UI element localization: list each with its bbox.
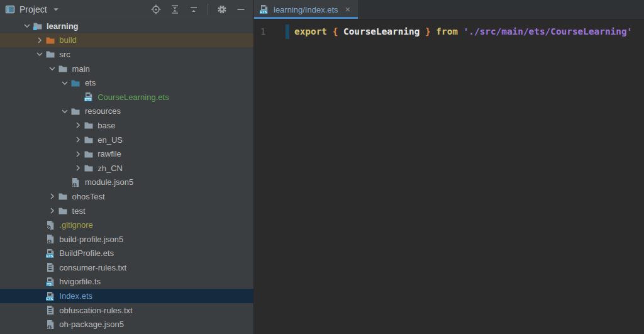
json5-file-icon: {­}	[45, 320, 55, 330]
code-token-plain	[419, 26, 425, 36]
chevron-right-icon[interactable]	[34, 35, 45, 45]
chevron-spacer	[72, 92, 83, 102]
ets-file-icon: ETS	[45, 291, 55, 301]
tree-item-build[interactable]: build	[0, 33, 253, 48]
tree-item-rawfile[interactable]: rawfile	[0, 147, 253, 161]
tree-item-label: CourseLearning.ets	[97, 92, 169, 102]
tree-item-label: hvigorfile.ts	[59, 277, 101, 286]
source-folder-icon	[70, 78, 81, 88]
chevron-down-icon[interactable]	[21, 21, 32, 31]
svg-text:ETS: ETS	[84, 97, 91, 101]
tree-item-learning[interactable]: learning	[0, 19, 253, 33]
tree-item-src[interactable]: src	[0, 47, 253, 62]
txt-file-icon	[45, 262, 55, 272]
chevron-spacer	[34, 248, 45, 259]
editor-area: ETS learning/Index.ets × 1 export { Cour…	[254, 0, 644, 334]
folder-icon	[83, 135, 94, 145]
editor-tab-index-ets[interactable]: ETS learning/Index.ets ×	[254, 0, 358, 19]
code-token-plain	[327, 26, 333, 36]
tree-item-ets[interactable]: ets	[0, 75, 253, 90]
chevron-down-icon[interactable]	[34, 49, 45, 59]
project-toolbar	[151, 4, 250, 15]
folder-icon	[58, 64, 69, 74]
collapse-all-icon[interactable]	[189, 4, 199, 14]
project-tool-window: Project learningbuildsrcmainetsETSCourse…	[0, 0, 253, 334]
editor-gutter: 1	[254, 19, 286, 334]
chevron-spacer	[34, 262, 45, 272]
folder-icon	[83, 149, 94, 159]
code-token-keyword: from	[436, 26, 458, 36]
svg-text:{­}: {­}	[47, 324, 52, 330]
project-tree: learningbuildsrcmainetsETSCourseLearning…	[0, 19, 253, 334]
tree-item-label: .gitignore	[59, 220, 92, 230]
tree-item-index-ets[interactable]: ETSIndex.ets	[0, 289, 253, 303]
folder-icon	[70, 106, 81, 116]
json5-file-icon: {­}	[70, 177, 81, 187]
ide-window: Project learningbuildsrcmainetsETSCourse…	[0, 0, 644, 334]
tree-item-main[interactable]: main	[0, 62, 253, 76]
chevron-down-icon[interactable]	[47, 64, 58, 74]
tree-item-buildprofile-ets[interactable]: ETSBuildProfile.ets	[0, 247, 253, 261]
tree-item-en-us[interactable]: en_US	[0, 133, 253, 147]
chevron-right-icon[interactable]	[47, 206, 58, 216]
hide-panel-icon[interactable]	[236, 4, 246, 14]
tree-item-consumer-rules-txt[interactable]: consumer-rules.txt	[0, 260, 253, 275]
tree-item-label: obfuscation-rules.txt	[59, 306, 132, 315]
tree-item-label: Index.ets	[59, 291, 92, 301]
tree-item--gitignore[interactable]: .gitignore	[0, 218, 253, 232]
chevron-spacer	[34, 320, 45, 330]
tree-item-label: build-profile.json5	[59, 235, 123, 244]
caret-line-marker	[286, 25, 289, 39]
tree-item-hvigorfile-ts[interactable]: TShvigorfile.ts	[0, 275, 253, 289]
chevron-spacer	[34, 234, 45, 244]
ets-file-icon: ETS	[83, 92, 94, 102]
tree-item-courselearning-ets[interactable]: ETSCourseLearning.ets	[0, 90, 253, 104]
tree-item-label: base	[97, 121, 115, 130]
tree-item-module-json5[interactable]: {­}module.json5	[0, 175, 253, 190]
chevron-down-icon[interactable]	[51, 4, 61, 14]
code-token-plain	[431, 26, 436, 36]
tree-item-label: ets	[85, 78, 96, 87]
tree-item-label: consumer-rules.txt	[59, 263, 126, 272]
tree-item-oh-package-json5[interactable]: {­}oh-package.json5	[0, 317, 253, 331]
locate-file-icon[interactable]	[151, 4, 161, 14]
tree-item-build-profile-json5[interactable]: {­}build-profile.json5	[0, 232, 253, 247]
expand-all-icon[interactable]	[170, 4, 180, 14]
tree-item-ohostest[interactable]: ohosTest	[0, 189, 253, 204]
folder-icon	[58, 206, 69, 216]
chevron-right-icon[interactable]	[72, 135, 83, 145]
chevron-spacer	[60, 177, 70, 187]
chevron-right-icon[interactable]	[72, 120, 83, 130]
chevron-right-icon[interactable]	[72, 163, 83, 173]
settings-gear-icon[interactable]	[217, 4, 227, 14]
ts-file-icon: TS	[45, 277, 55, 287]
chevron-down-icon[interactable]	[60, 78, 70, 88]
txt-file-icon	[45, 305, 55, 315]
tree-item-test[interactable]: test	[0, 204, 253, 218]
tree-item-label: src	[59, 50, 70, 59]
tree-item-zh-cn[interactable]: zh_CN	[0, 161, 253, 175]
folder-icon	[83, 163, 94, 173]
close-tab-icon[interactable]: ×	[345, 5, 350, 14]
chevron-right-icon[interactable]	[47, 191, 58, 201]
tree-item-resources[interactable]: resources	[0, 104, 253, 119]
tree-item-label: resources	[85, 106, 121, 116]
code-pane[interactable]: export { CourseLearning } from './src/ma…	[286, 19, 644, 334]
code-editor[interactable]: 1 export { CourseLearning } from './src/…	[254, 19, 644, 334]
project-tool-window-icon	[5, 4, 15, 14]
folder-icon	[83, 120, 94, 130]
project-panel-header: Project	[0, 0, 253, 19]
code-token-string: './src/main/ets/CourseLearning'	[464, 26, 633, 36]
tree-item-obfuscation-rules-txt[interactable]: obfuscation-rules.txt	[0, 303, 253, 318]
tree-item-label: ohosTest	[72, 192, 105, 201]
chevron-spacer	[34, 305, 45, 315]
svg-text:ETS: ETS	[260, 10, 267, 14]
ets-file-icon: ETS	[259, 4, 269, 14]
tree-item-base[interactable]: base	[0, 118, 253, 133]
svg-text:{­}: {­}	[47, 239, 52, 245]
chevron-right-icon[interactable]	[72, 149, 83, 159]
code-token-brace: }	[425, 26, 431, 36]
svg-text:ETS: ETS	[47, 254, 53, 258]
chevron-down-icon[interactable]	[60, 106, 70, 116]
module-folder-icon	[32, 21, 43, 31]
